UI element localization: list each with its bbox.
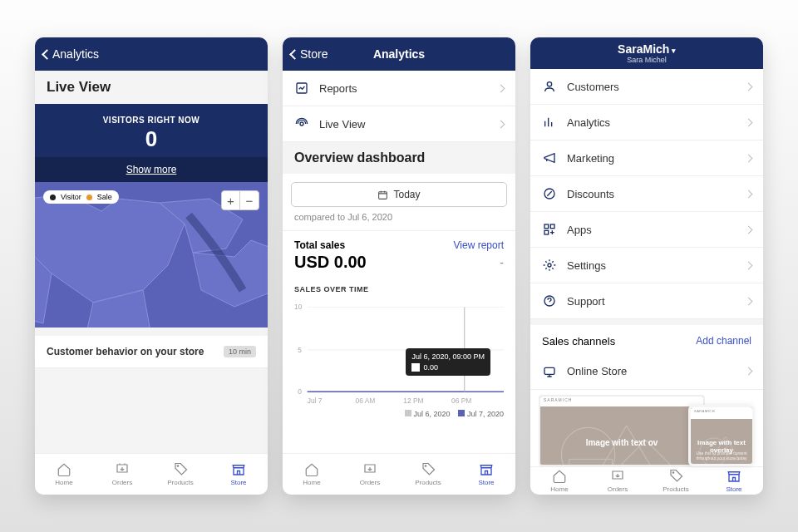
map-legend: Visitor Sale (43, 190, 119, 204)
preview-overlay-text: Image with text ov (540, 438, 703, 447)
tab-label: Store (726, 485, 741, 493)
tab-label: Home (303, 479, 320, 486)
menu-discounts[interactable]: Discounts (530, 176, 763, 212)
preview-brand: SARAMICH (694, 409, 715, 413)
tag-icon (668, 469, 683, 484)
behavior-label: Customer behavior on your store (47, 346, 214, 357)
show-more-link[interactable]: Show more (35, 157, 268, 182)
tab-home[interactable]: Home (35, 454, 93, 495)
navbar: Store Analytics (283, 37, 515, 71)
kpi-header: Total sales View report (283, 231, 515, 251)
zoom-controls: + − (221, 190, 259, 210)
chevron-right-icon (745, 225, 753, 234)
chevron-right-icon (745, 82, 753, 91)
svg-text:10: 10 (294, 303, 303, 311)
menu-label: Settings (567, 259, 736, 272)
orders-icon (115, 462, 130, 477)
menu-marketing[interactable]: Marketing (530, 140, 763, 176)
tab-products[interactable]: Products (399, 454, 457, 495)
sales-chart: 10 5 0 Jul 7 06 AM 12 PM 06 PM Jul 6, 20… (283, 298, 515, 406)
tab-orders[interactable]: Orders (589, 467, 647, 495)
menu-settings[interactable]: Settings (530, 248, 763, 283)
support-icon (542, 293, 557, 308)
gear-icon (542, 258, 557, 273)
tooltip-swatch-icon (411, 363, 420, 372)
channel-online-store[interactable]: Online Store (530, 354, 763, 390)
legend-visitor: Visitor (61, 193, 81, 201)
svg-text:5: 5 (298, 346, 302, 354)
overview-title: Overview dashboard (283, 142, 515, 174)
preview-overlay-sub: Use this to promote contentthroughout yo… (691, 451, 752, 461)
tab-label: Products (663, 485, 689, 493)
tab-orders[interactable]: Orders (341, 454, 399, 495)
menu-label: Reports (319, 82, 488, 95)
legend-sale: Sale (97, 193, 112, 201)
tab-store[interactable]: Store (457, 454, 515, 495)
store-icon (479, 462, 494, 477)
tab-products[interactable]: Products (151, 454, 209, 495)
live-icon (294, 116, 309, 131)
back-label: Store (300, 47, 328, 61)
user-header[interactable]: SaraMich Sara Michel (530, 37, 763, 69)
total-sales-amount: USD 0.00 (294, 253, 367, 272)
apps-icon (542, 222, 557, 237)
svg-point-22 (548, 264, 551, 267)
navbar: Analytics (35, 37, 268, 71)
store-preview[interactable]: SARAMICH Image with text ov SARAMICH Ima… (539, 395, 755, 467)
tab-home[interactable]: Home (530, 467, 589, 495)
tab-label: Products (415, 479, 441, 486)
kpi-value-row: USD 0.00 - (283, 251, 515, 280)
discounts-icon (542, 186, 557, 201)
tag-icon (421, 462, 436, 477)
menu-apps[interactable]: Apps (530, 212, 763, 248)
tab-store[interactable]: Store (209, 454, 268, 495)
tab-orders[interactable]: Orders (93, 454, 151, 495)
tab-products[interactable]: Products (647, 467, 705, 495)
tab-home[interactable]: Home (283, 454, 341, 495)
legend-label: Jul 6, 2020 (413, 410, 450, 418)
preview-mobile: SARAMICH Image with text overlay Use thi… (688, 405, 755, 467)
back-button[interactable]: Analytics (43, 47, 99, 61)
tab-store[interactable]: Store (705, 467, 763, 495)
geom-icon (540, 406, 703, 467)
chevron-right-icon (745, 367, 753, 376)
zoom-out-button[interactable]: − (240, 191, 259, 209)
svg-text:06 PM: 06 PM (451, 397, 471, 405)
swatch-icon (405, 410, 411, 416)
chevron-left-icon (42, 49, 52, 60)
zoom-in-button[interactable]: + (222, 191, 240, 209)
spacer (35, 368, 268, 453)
store-icon (231, 462, 246, 477)
menu-customers[interactable]: Customers (530, 69, 763, 105)
home-icon (552, 469, 567, 484)
tab-label: Home (550, 485, 568, 493)
home-icon (304, 462, 319, 477)
menu-analytics[interactable]: Analytics (530, 105, 763, 140)
orders-icon (610, 469, 625, 484)
store-icon (727, 469, 741, 484)
svg-point-16 (425, 466, 426, 467)
svg-text:06 AM: 06 AM (356, 397, 376, 405)
page-title: Live View (35, 71, 268, 104)
orders-icon (362, 462, 377, 477)
back-button[interactable]: Store (291, 47, 328, 61)
legend-label: Jul 7, 2020 (467, 410, 504, 418)
xtick: Jul 7 (308, 397, 323, 405)
menu-label: Analytics (567, 116, 736, 129)
svg-rect-24 (544, 367, 554, 374)
menu-label: Marketing (567, 152, 736, 165)
chevron-right-icon (745, 154, 753, 162)
live-map[interactable]: Visitor Sale + − (35, 182, 268, 328)
behavior-row[interactable]: Customer behavior on your store 10 min (35, 336, 268, 368)
menu-reports[interactable]: Reports (283, 71, 515, 106)
menu-live-view[interactable]: Live View (283, 106, 515, 142)
view-report-link[interactable]: View report (454, 239, 504, 251)
chart-tooltip: Jul 6, 2020, 09:00 PM 0.00 (406, 348, 490, 376)
add-channel-link[interactable]: Add channel (696, 335, 751, 347)
reports-icon (294, 81, 309, 96)
date-picker[interactable]: Today (291, 182, 507, 207)
svg-rect-19 (544, 224, 549, 229)
tab-bar: Home Orders Products Store (283, 453, 515, 495)
visitor-dot-icon (50, 195, 56, 200)
menu-support[interactable]: Support (530, 283, 763, 319)
